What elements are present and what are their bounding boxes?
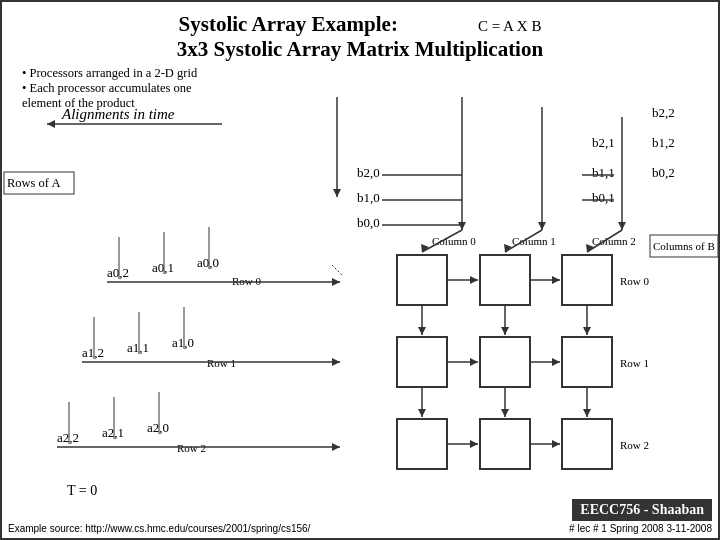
svg-marker-51 bbox=[501, 409, 509, 417]
alignments-label: Alignments in time bbox=[61, 106, 175, 122]
svg-marker-43 bbox=[552, 440, 560, 448]
b20-label: b2,0 bbox=[357, 165, 380, 180]
a02-label: a0,2 bbox=[107, 265, 129, 280]
svg-marker-26 bbox=[458, 222, 466, 230]
proc-11 bbox=[480, 337, 530, 387]
svg-marker-33 bbox=[470, 276, 478, 284]
proc-10 bbox=[397, 337, 447, 387]
b11-label: b1,1 bbox=[592, 165, 615, 180]
cols-b-label: Columns of B bbox=[653, 240, 715, 252]
b02-label: b0,2 bbox=[652, 165, 675, 180]
svg-marker-35 bbox=[552, 276, 560, 284]
title-main: Systolic Array Example: bbox=[179, 12, 398, 37]
footer-badge: EECC756 - Shaaban bbox=[572, 499, 712, 521]
proc-01 bbox=[480, 255, 530, 305]
footer-info: # lec # 1 Spring 2008 3-11-2008 bbox=[569, 523, 712, 534]
col1-label: Column 1 bbox=[512, 235, 556, 247]
svg-line-62 bbox=[332, 265, 342, 275]
proc-02 bbox=[562, 255, 612, 305]
svg-marker-47 bbox=[418, 409, 426, 417]
row0-right-label: Row 0 bbox=[620, 275, 650, 287]
svg-marker-53 bbox=[583, 327, 591, 335]
row0-label: Row 0 bbox=[232, 275, 262, 287]
bullet-2: • Each processor accumulates one bbox=[22, 81, 708, 96]
rows-of-a: Rows of A bbox=[7, 176, 60, 190]
proc-12 bbox=[562, 337, 612, 387]
col0-label: Column 0 bbox=[432, 235, 476, 247]
b01-label: b0,1 bbox=[592, 190, 615, 205]
diagram-svg: Alignments in time Rows of A a0,2 a0,1 a… bbox=[2, 97, 720, 527]
svg-marker-45 bbox=[418, 327, 426, 335]
proc-00 bbox=[397, 255, 447, 305]
slide: Systolic Array Example: C = A X B 3x3 Sy… bbox=[0, 0, 720, 540]
footer: Example source: http://www.cs.hmc.edu/co… bbox=[8, 499, 712, 534]
b21-label: b2,1 bbox=[592, 135, 615, 150]
svg-marker-49 bbox=[501, 327, 509, 335]
footer-right-group: EECC756 - Shaaban # lec # 1 Spring 2008 … bbox=[569, 499, 712, 534]
proc-22 bbox=[562, 419, 612, 469]
row1-label: Row 1 bbox=[207, 357, 236, 369]
b22-label: b2,2 bbox=[652, 105, 675, 120]
svg-marker-55 bbox=[583, 409, 591, 417]
title-line1: Systolic Array Example: C = A X B bbox=[12, 12, 708, 37]
title-eq: C = A X B bbox=[478, 18, 541, 35]
footer-source: Example source: http://www.cs.hmc.edu/co… bbox=[8, 523, 310, 534]
t-zero: T = 0 bbox=[67, 483, 97, 498]
b10-label: b1,0 bbox=[357, 190, 380, 205]
row2-label: Row 2 bbox=[177, 442, 206, 454]
a10-label: a1,0 bbox=[172, 335, 194, 350]
row2-right-label: Row 2 bbox=[620, 439, 649, 451]
a11-label: a1,1 bbox=[127, 340, 149, 355]
svg-marker-14 bbox=[332, 358, 340, 366]
proc-21 bbox=[480, 419, 530, 469]
svg-marker-28 bbox=[538, 222, 546, 230]
a12-label: a1,2 bbox=[82, 345, 104, 360]
bullet-1: • Processors arranged in a 2-D grid bbox=[22, 66, 708, 81]
a22-label: a2,2 bbox=[57, 430, 79, 445]
b00-label: b0,0 bbox=[357, 215, 380, 230]
svg-marker-1 bbox=[47, 120, 55, 128]
svg-marker-30 bbox=[618, 222, 626, 230]
svg-marker-19 bbox=[332, 443, 340, 451]
svg-marker-9 bbox=[332, 278, 340, 286]
a20-label: a2,0 bbox=[147, 420, 169, 435]
title-line2: 3x3 Systolic Array Matrix Multiplication bbox=[12, 37, 708, 62]
a21-label: a2,1 bbox=[102, 425, 124, 440]
b12-label: b1,2 bbox=[652, 135, 675, 150]
svg-marker-37 bbox=[470, 358, 478, 366]
a00-label: a0,0 bbox=[197, 255, 219, 270]
title-area: Systolic Array Example: C = A X B 3x3 Sy… bbox=[12, 12, 708, 62]
a01-label: a0,1 bbox=[152, 260, 174, 275]
svg-marker-41 bbox=[470, 440, 478, 448]
row1-right-label: Row 1 bbox=[620, 357, 649, 369]
svg-marker-39 bbox=[552, 358, 560, 366]
svg-marker-3 bbox=[333, 189, 341, 197]
proc-20 bbox=[397, 419, 447, 469]
